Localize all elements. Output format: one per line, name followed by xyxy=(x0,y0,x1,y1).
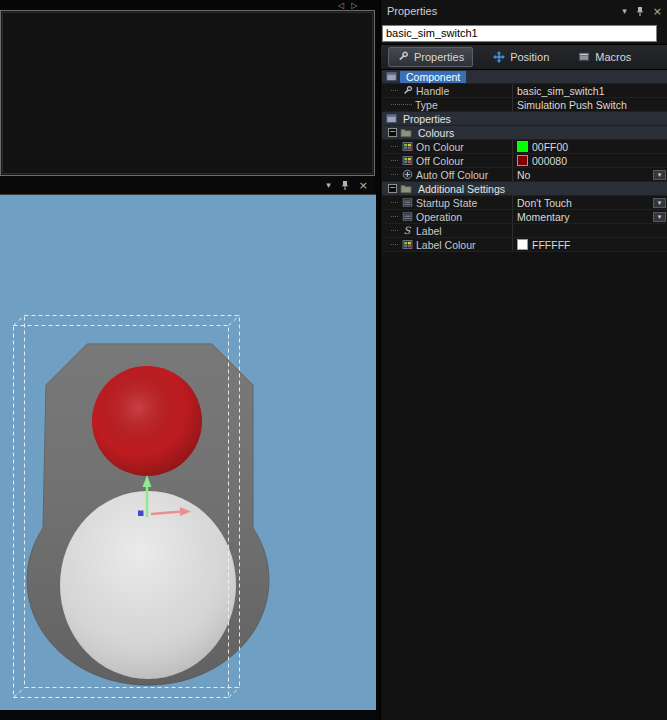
tree-line xyxy=(391,174,398,175)
property-value[interactable]: Don't Touch ▾ xyxy=(513,196,667,209)
tab-label: Properties xyxy=(414,51,464,63)
value-text: FFFFFF xyxy=(532,239,570,251)
section-label: Component xyxy=(400,71,466,83)
property-row-auto-off-colour[interactable]: Auto Off Colour No ▾ xyxy=(382,168,667,182)
tree-line xyxy=(391,244,398,245)
plus-circle-icon xyxy=(401,169,413,181)
value-text: 000080 xyxy=(532,155,567,167)
bottom-strip xyxy=(0,710,376,720)
tree-line xyxy=(391,230,398,231)
property-value: Simulation Push Switch xyxy=(513,98,667,111)
tab-label: Macros xyxy=(595,51,631,63)
3d-scene xyxy=(0,195,376,711)
properties-panel: Properties ▾ × Properties Position xyxy=(380,0,667,720)
dropdown-button[interactable]: ▾ xyxy=(653,198,666,208)
folder-row-colours[interactable]: − Colours xyxy=(382,126,667,140)
property-row-operation[interactable]: Operation Momentary ▾ xyxy=(382,210,667,224)
dropdown-button[interactable]: ▾ xyxy=(653,212,666,222)
3d-viewport[interactable] xyxy=(0,194,376,710)
value-text: Momentary xyxy=(517,211,570,223)
palette-icon xyxy=(401,155,413,167)
palette-icon xyxy=(401,239,413,251)
colour-swatch[interactable] xyxy=(517,155,528,166)
palette-icon xyxy=(401,141,413,153)
property-value[interactable]: No ▾ xyxy=(513,168,667,181)
properties-panel-header: Properties ▾ × xyxy=(381,0,667,22)
tab-macros[interactable]: Macros xyxy=(569,47,640,67)
folder-icon xyxy=(400,127,412,139)
wrench-icon xyxy=(397,51,409,63)
list-icon xyxy=(401,211,413,223)
property-label: Auto Off Colour xyxy=(416,169,488,181)
value-text: No xyxy=(517,169,530,181)
dock-pin-icon[interactable] xyxy=(340,180,350,191)
property-label: Operation xyxy=(416,211,462,223)
wrench-icon xyxy=(401,85,413,97)
viewport-dock-bar: ▾ × xyxy=(0,176,375,194)
property-value[interactable]: Momentary ▾ xyxy=(513,210,667,223)
property-row-label-colour[interactable]: Label Colour FFFFFF xyxy=(382,238,667,252)
property-row-type[interactable]: Type Simulation Push Switch xyxy=(382,98,667,112)
properties-form-icon xyxy=(385,113,397,125)
property-label: Label Colour xyxy=(416,239,476,251)
tree-line xyxy=(391,216,398,217)
list-icon xyxy=(401,197,413,209)
property-row-off-colour[interactable]: Off Colour 000080 xyxy=(382,154,667,168)
label-script-icon: S xyxy=(401,225,413,237)
tree-line xyxy=(391,104,412,105)
folder-icon xyxy=(400,183,412,195)
property-row-on-colour[interactable]: On Colour 00FF00 xyxy=(382,140,667,154)
nav-forward-icon[interactable]: ▷ xyxy=(351,1,357,10)
axis-z-handle xyxy=(138,511,144,517)
tab-position[interactable]: Position xyxy=(484,47,558,67)
property-label: Label xyxy=(416,225,442,237)
tree-line xyxy=(391,160,398,161)
property-value[interactable]: basic_sim_switch1 xyxy=(513,84,667,97)
tree-line xyxy=(391,90,398,91)
dock-close-icon[interactable]: × xyxy=(359,180,368,191)
switch-dome xyxy=(60,491,236,679)
colour-swatch[interactable] xyxy=(517,239,528,250)
property-value[interactable]: 000080 xyxy=(513,154,667,167)
tree-line xyxy=(391,146,398,147)
property-value[interactable]: FFFFFF xyxy=(513,238,667,251)
tab-label: Position xyxy=(510,51,549,63)
nav-back-icon[interactable]: ◁ xyxy=(338,1,344,10)
upper-editor-canvas[interactable] xyxy=(2,12,373,174)
panel-title: Properties xyxy=(387,5,622,17)
move-arrows-icon xyxy=(493,51,505,63)
red-button xyxy=(92,366,202,476)
property-value[interactable]: 00FF00 xyxy=(513,140,667,153)
component-form-icon xyxy=(385,71,397,83)
folder-row-additional-settings[interactable]: − Additional Settings xyxy=(382,182,667,196)
tree-line xyxy=(391,202,398,203)
section-label: Properties xyxy=(400,113,454,125)
value-text: Simulation Push Switch xyxy=(517,99,627,111)
property-row-startup-state[interactable]: Startup State Don't Touch ▾ xyxy=(382,196,667,210)
section-row-component[interactable]: Component xyxy=(382,70,667,84)
panel-tabs: Properties Position Macros xyxy=(381,44,667,70)
panel-pin-icon[interactable] xyxy=(635,6,645,17)
collapse-icon[interactable]: − xyxy=(388,184,397,193)
colour-swatch[interactable] xyxy=(517,141,528,152)
property-label: On Colour xyxy=(416,141,464,153)
folder-label: Colours xyxy=(415,127,457,139)
panel-menu-icon[interactable]: ▾ xyxy=(622,7,627,16)
value-text: Don't Touch xyxy=(517,197,572,209)
value-text: basic_sim_switch1 xyxy=(517,85,605,97)
property-label: Handle xyxy=(416,85,449,97)
property-row-label[interactable]: S Label xyxy=(382,224,667,238)
tab-properties[interactable]: Properties xyxy=(388,47,473,67)
component-name-input[interactable] xyxy=(382,25,657,42)
dock-menu-icon[interactable]: ▾ xyxy=(326,181,331,190)
dropdown-button[interactable]: ▾ xyxy=(653,170,666,180)
property-label: Off Colour xyxy=(416,155,464,167)
value-text: 00FF00 xyxy=(532,141,568,153)
panel-close-icon[interactable]: × xyxy=(653,6,662,17)
property-label: Type xyxy=(415,99,438,111)
property-value[interactable] xyxy=(513,224,667,237)
upper-editor-window[interactable] xyxy=(0,10,375,176)
collapse-icon[interactable]: − xyxy=(388,128,397,137)
section-row-properties[interactable]: Properties xyxy=(382,112,667,126)
property-row-handle[interactable]: Handle basic_sim_switch1 xyxy=(382,84,667,98)
